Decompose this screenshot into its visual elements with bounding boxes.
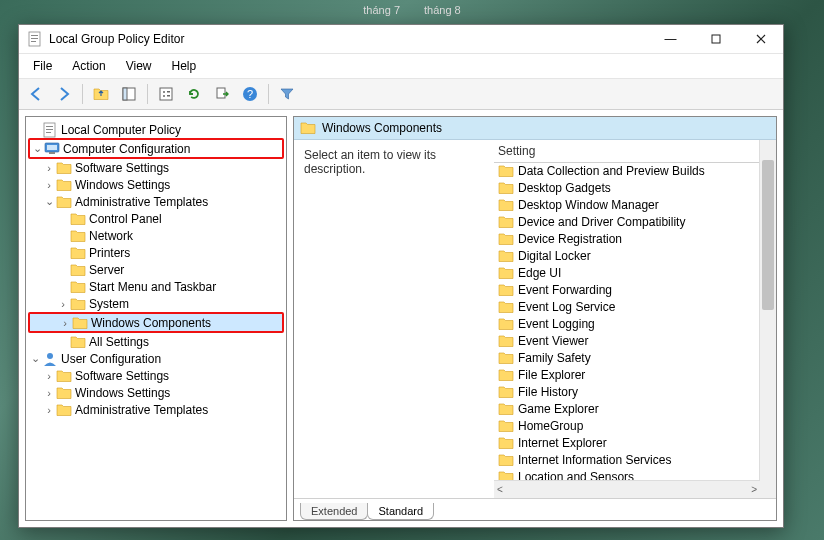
tree-item[interactable]: ⌄Computer Configuration [30, 140, 282, 157]
folder-icon [70, 296, 86, 312]
export-icon[interactable] [209, 81, 235, 107]
tree-item[interactable]: ·Control Panel [28, 210, 284, 227]
list-item-label: File Explorer [518, 368, 585, 382]
minimize-button[interactable]: — [648, 25, 693, 53]
tree-item-label: All Settings [89, 335, 149, 349]
list-item[interactable]: Desktop Gadgets [494, 179, 776, 196]
list-item[interactable]: Family Safety [494, 349, 776, 366]
list-item[interactable]: Location and Sensors [494, 468, 776, 480]
close-button[interactable] [738, 25, 783, 53]
refresh-icon[interactable] [181, 81, 207, 107]
list-item[interactable]: Event Forwarding [494, 281, 776, 298]
tree-item[interactable]: ›Software Settings [28, 159, 284, 176]
tree-item[interactable]: ›Windows Settings [28, 384, 284, 401]
menu-help[interactable]: Help [164, 57, 205, 75]
folder-icon [70, 279, 86, 295]
tree-item[interactable]: ·Network [28, 227, 284, 244]
collapse-icon[interactable]: ⌄ [30, 142, 44, 155]
titlebar[interactable]: Local Group Policy Editor — [19, 25, 783, 54]
expand-icon[interactable]: › [42, 370, 56, 382]
list-item[interactable]: Device and Driver Compatibility [494, 213, 776, 230]
tree-item[interactable]: ·Local Computer Policy [28, 121, 284, 138]
settings-list[interactable]: Setting Data Collection and Preview Buil… [494, 140, 776, 498]
tree-item[interactable]: ·All Settings [28, 333, 284, 350]
menu-view[interactable]: View [118, 57, 160, 75]
list-item[interactable]: Digital Locker [494, 247, 776, 264]
menu-action[interactable]: Action [64, 57, 113, 75]
scrollbar-thumb[interactable] [762, 160, 774, 310]
tree-item[interactable]: ·Printers [28, 244, 284, 261]
expand-icon[interactable]: › [58, 317, 72, 329]
folder-icon [70, 228, 86, 244]
list-item[interactable]: Event Log Service [494, 298, 776, 315]
horizontal-scrollbar[interactable]: <> [494, 480, 760, 498]
pane-header: Windows Components [294, 117, 776, 140]
filter-icon[interactable] [274, 81, 300, 107]
window-title: Local Group Policy Editor [49, 32, 648, 46]
toolbar-sep [82, 84, 83, 104]
tree-item-label: Control Panel [89, 212, 162, 226]
view-tabs: Extended Standard [294, 498, 776, 520]
up-folder-icon[interactable] [88, 81, 114, 107]
user-icon [42, 351, 58, 367]
list-item[interactable]: Internet Information Services [494, 451, 776, 468]
policy-tree[interactable]: ·Local Computer Policy⌄Computer Configur… [25, 116, 287, 521]
back-arrow-icon[interactable] [23, 81, 49, 107]
desktop-hint: tháng 7tháng 8 [0, 4, 824, 16]
collapse-icon[interactable]: ⌄ [28, 352, 42, 365]
properties-icon[interactable] [153, 81, 179, 107]
toolbar [19, 79, 783, 110]
list-item[interactable]: Device Registration [494, 230, 776, 247]
list-item[interactable]: Game Explorer [494, 400, 776, 417]
tab-standard[interactable]: Standard [367, 503, 434, 520]
expand-icon[interactable]: › [56, 298, 70, 310]
column-header-setting[interactable]: Setting [494, 140, 776, 163]
folder-icon [300, 120, 316, 136]
tree-item[interactable]: ⌄Administrative Templates [28, 193, 284, 210]
list-item-label: Device Registration [518, 232, 622, 246]
list-item[interactable]: Desktop Window Manager [494, 196, 776, 213]
expand-icon[interactable]: › [42, 387, 56, 399]
list-item[interactable]: Data Collection and Preview Builds [494, 162, 776, 179]
folder-icon [56, 368, 72, 384]
tree-item-label: Printers [89, 246, 130, 260]
folder-icon [498, 214, 514, 230]
list-item[interactable]: File History [494, 383, 776, 400]
forward-arrow-icon[interactable] [51, 81, 77, 107]
tree-item-label: Administrative Templates [75, 403, 208, 417]
folder-icon [498, 384, 514, 400]
list-item[interactable]: Internet Explorer [494, 434, 776, 451]
tree-item[interactable]: ›Administrative Templates [28, 401, 284, 418]
tree-item[interactable]: ›Windows Settings [28, 176, 284, 193]
expand-icon[interactable]: › [42, 179, 56, 191]
tree-item[interactable]: ›Windows Components [30, 314, 282, 331]
expand-icon[interactable]: › [42, 404, 56, 416]
list-item-label: Game Explorer [518, 402, 599, 416]
folder-icon [498, 197, 514, 213]
list-item[interactable]: HomeGroup [494, 417, 776, 434]
tree-item-label: Windows Components [91, 316, 211, 330]
list-item[interactable]: Edge UI [494, 264, 776, 281]
expand-icon[interactable]: › [42, 162, 56, 174]
folder-icon [498, 248, 514, 264]
menu-file[interactable]: File [25, 57, 60, 75]
tree-item[interactable]: ›Software Settings [28, 367, 284, 384]
help-icon[interactable] [237, 81, 263, 107]
tab-extended[interactable]: Extended [300, 503, 368, 520]
tree-item[interactable]: ·Start Menu and Taskbar [28, 278, 284, 295]
tree-item[interactable]: ⌄User Configuration [28, 350, 284, 367]
tree-item[interactable]: ·Server [28, 261, 284, 278]
list-item[interactable]: Event Viewer [494, 332, 776, 349]
tree-item-label: System [89, 297, 129, 311]
vertical-scrollbar[interactable] [759, 140, 776, 498]
tree-item[interactable]: ›System [28, 295, 284, 312]
list-item[interactable]: Event Logging [494, 315, 776, 332]
tree-pane-icon[interactable] [116, 81, 142, 107]
pane-title: Windows Components [322, 121, 442, 135]
tree-item-label: Server [89, 263, 124, 277]
list-item[interactable]: File Explorer [494, 366, 776, 383]
collapse-icon[interactable]: ⌄ [42, 195, 56, 208]
maximize-button[interactable] [693, 25, 738, 53]
folder-icon [70, 334, 86, 350]
tree-item-label: Windows Settings [75, 386, 170, 400]
